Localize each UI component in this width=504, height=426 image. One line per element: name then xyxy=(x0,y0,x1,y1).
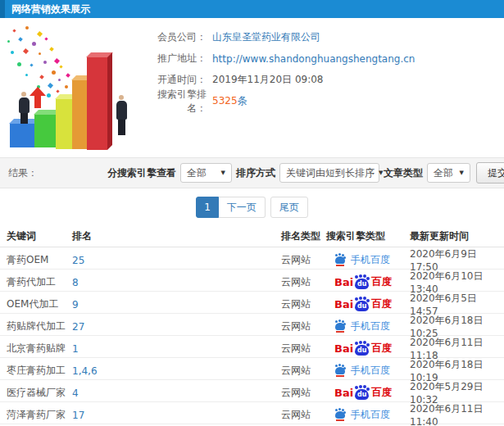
confetti-dot xyxy=(25,26,29,29)
confetti-dot xyxy=(11,51,14,54)
keyword-cell: 药贴牌代加工 xyxy=(0,320,72,333)
table-row: 枣庄膏药加工 1,4,6 云网站 Bai du 百度 手机百度 2020年6月1… xyxy=(0,358,504,380)
rank-type-cell: 云网站 xyxy=(281,297,326,311)
engine-type-cell: Bai du 百度 手机百度 xyxy=(326,297,410,311)
illustration-bar-blue xyxy=(10,124,35,147)
rank-link[interactable]: 1 xyxy=(72,343,79,355)
keyword-cell: 膏药OEM xyxy=(0,253,72,267)
confetti-dot xyxy=(49,47,54,52)
rank-link[interactable]: 9 xyxy=(72,299,79,310)
confetti-dot xyxy=(12,29,16,32)
company-link[interactable]: 山东皇圣堂药业有限公司 xyxy=(212,30,320,44)
table-header-row: 关键词 排名 排名类型 搜索引擎类型 最新更新时间 xyxy=(0,226,504,247)
page-button-next[interactable]: 下一页 xyxy=(219,197,266,218)
table-row: OEM代加工 9 云网站 Bai du 百度 手机百度 2020年6月5日 14… xyxy=(0,292,504,314)
col-header-updated: 最新更新时间 xyxy=(410,229,504,243)
rank-type-cell: 云网站 xyxy=(281,408,326,422)
confetti-dot xyxy=(39,52,41,55)
keyword-cell: 医疗器械厂家 xyxy=(0,386,72,400)
info-row-company: 会员公司： 山东皇圣堂药业有限公司 xyxy=(139,31,415,43)
confetti-dot xyxy=(30,63,33,66)
info-row-url: 推广地址： http://www.shandonghuangshengtang.… xyxy=(139,52,415,65)
confetti-dot xyxy=(58,79,61,81)
company-label: 会员公司： xyxy=(139,30,207,44)
rank-type-cell: 云网站 xyxy=(281,275,326,289)
member-info-panel: 会员公司： 山东皇圣堂药业有限公司 推广地址： http://www.shand… xyxy=(139,31,415,116)
result-label: 结果： xyxy=(8,166,38,180)
engine-type-cell: Bai du 百度 手机百度 xyxy=(326,342,410,356)
confetti-dot xyxy=(39,75,44,79)
info-row-open-time: 开通时间： 2019年11月20日 09:08 xyxy=(139,74,415,86)
promo-url-label: 推广地址： xyxy=(139,52,207,66)
updated-time-cell: 2020年6月11日 11:40 xyxy=(410,402,504,426)
illustration-bar-red xyxy=(87,57,107,150)
keyword-cell: OEM代加工 xyxy=(0,297,72,311)
baidu-logo: Bai du 百度 xyxy=(334,386,392,400)
article-type-select[interactable]: 全部 ▼ xyxy=(427,163,470,183)
businessman-figure-right xyxy=(116,95,127,135)
filter-toolbar: 结果： 分搜索引擎查看 全部 ▼ 排序方式 关键词由短到长排序 ▼ 文章类型 全… xyxy=(0,157,504,188)
confetti-dot xyxy=(47,93,51,97)
mobile-baidu-paw-icon xyxy=(334,320,346,333)
keyword-cell: 膏药代加工 xyxy=(0,275,72,289)
table-row: 药贴牌代加工 27 云网站 Bai du 百度 手机百度 2020年6月18日 … xyxy=(0,314,504,336)
confetti-dot xyxy=(32,42,36,46)
confetti-dot xyxy=(7,40,10,43)
mobile-baidu-paw-icon xyxy=(334,365,346,377)
baidu-logo: Bai du 百度 xyxy=(334,342,392,356)
titlebar: 网络营销效果展示 xyxy=(0,0,504,18)
engine-type-cell: Bai du 百度 手机百度 xyxy=(326,275,410,289)
article-type-selected-value: 全部 xyxy=(434,166,453,180)
confetti-dot xyxy=(48,83,53,88)
open-time-label: 开通时间： xyxy=(139,73,207,87)
mobile-baidu-paw-icon xyxy=(334,254,346,266)
rank-count-label: 搜索引擎排名： xyxy=(139,88,207,116)
rank-link[interactable]: 17 xyxy=(72,410,84,421)
table-row: 膏药代加工 8 云网站 Bai du 百度 手机百度 2020年6月10日 13… xyxy=(0,270,504,292)
page-title: 网络营销效果展示 xyxy=(0,0,504,18)
confetti-dot xyxy=(54,58,60,64)
baidu-paw-icon: du xyxy=(354,386,370,400)
caret-down-icon: ▼ xyxy=(460,170,464,176)
mobile-baidu-badge: 手机百度 xyxy=(334,253,390,267)
baidu-paw-icon: du xyxy=(354,297,370,311)
engine-type-cell: Bai du 百度 手机百度 xyxy=(326,253,410,267)
baidu-paw-icon: du xyxy=(354,275,370,289)
baidu-paw-icon: du xyxy=(354,342,370,356)
page-button-current[interactable]: 1 xyxy=(196,197,219,218)
confetti-dot xyxy=(66,73,70,78)
rank-link[interactable]: 25 xyxy=(72,255,84,266)
mobile-baidu-badge: 手机百度 xyxy=(334,408,390,422)
member-summary-section: 会员公司： 山东皇圣堂药业有限公司 推广地址： http://www.shand… xyxy=(0,18,504,157)
rank-type-cell: 云网站 xyxy=(281,342,326,356)
sort-select[interactable]: 关键词由短到长排序 ▼ xyxy=(279,163,379,183)
confetti-dot xyxy=(43,61,47,64)
col-header-rank-type: 排名类型 xyxy=(281,229,326,243)
engine-type-cell: Bai du 百度 手机百度 xyxy=(326,408,410,422)
table-row: 北京膏药贴牌 1 云网站 Bai du 百度 手机百度 2020年6月11日 1… xyxy=(0,336,504,358)
engine-type-cell: Bai du 百度 手机百度 xyxy=(326,320,410,333)
confetti-dot xyxy=(59,65,62,68)
rank-link[interactable]: 8 xyxy=(72,277,79,288)
sort-selected-value: 关键词由短到长排序 xyxy=(286,166,375,180)
mobile-baidu-paw-icon xyxy=(334,409,346,421)
caret-down-icon: ▼ xyxy=(221,170,225,176)
growth-bar-chart-illustration xyxy=(2,25,154,149)
engine-type-cell: Bai du 百度 手机百度 xyxy=(326,386,410,400)
submit-button[interactable]: 提交 xyxy=(476,162,504,184)
confetti-dot xyxy=(25,74,28,76)
open-time-value: 2019年11月20日 09:08 xyxy=(212,73,323,87)
engine-view-select[interactable]: 全部 ▼ xyxy=(180,163,232,183)
keyword-cell: 北京膏药贴牌 xyxy=(0,342,72,356)
confetti-dot xyxy=(65,85,68,88)
col-header-rank: 排名 xyxy=(72,229,281,243)
rank-link[interactable]: 4 xyxy=(72,387,79,399)
engine-view-selected-value: 全部 xyxy=(187,166,207,180)
promo-url-link[interactable]: http://www.shandonghuangshengtang.cn xyxy=(212,53,415,65)
rank-link[interactable]: 27 xyxy=(72,321,84,333)
mobile-baidu-badge: 手机百度 xyxy=(334,364,390,378)
confetti-dot xyxy=(17,62,21,66)
rank-link[interactable]: 1,4,6 xyxy=(72,365,98,377)
page-button-last[interactable]: 尾页 xyxy=(270,197,308,218)
keyword-cell: 枣庄膏药加工 xyxy=(0,364,72,378)
